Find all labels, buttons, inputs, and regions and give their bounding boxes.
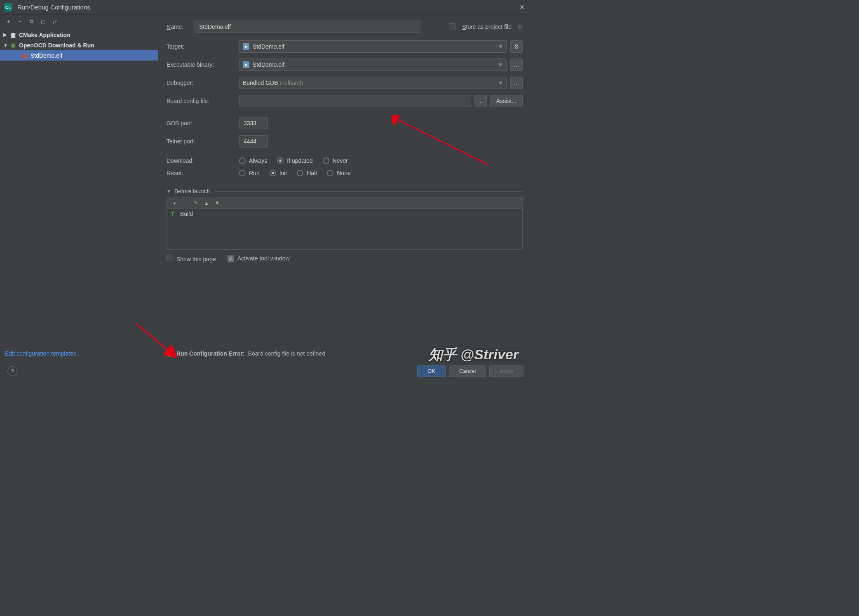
- executable-label: Executable binary:: [167, 61, 239, 68]
- debugger-label: Debugger:: [167, 80, 239, 86]
- tree-footer: Edit configuration templates...: [0, 346, 158, 361]
- name-input-value: StdDemo.elf: [199, 23, 231, 30]
- apply-button[interactable]: Apply: [489, 365, 523, 377]
- telnet-port-value: 4444: [244, 138, 256, 145]
- cmake-icon: ▦: [9, 32, 16, 38]
- title-bar: CL Run/Debug Configurations ✕: [0, 0, 531, 15]
- reset-radio-group: Run Init Halt None: [239, 170, 351, 176]
- target-value: StdDemo.elf: [253, 43, 284, 50]
- debugger-value: Bundled GDB multiarch: [243, 80, 303, 86]
- error-message: Board config file is not defined: [248, 350, 326, 357]
- config-tree[interactable]: ▶ ▦ CMake Application ▼ ▣ OpenOCD Downlo…: [0, 28, 158, 346]
- download-always-radio[interactable]: Always: [239, 157, 267, 164]
- executable-value: StdDemo.elf: [253, 61, 284, 68]
- store-checkbox[interactable]: [449, 23, 455, 30]
- download-never-radio[interactable]: Never: [323, 157, 348, 164]
- close-icon[interactable]: ✕: [517, 2, 527, 12]
- before-launch-section[interactable]: ▼ Before launch: [167, 188, 523, 194]
- before-launch-item-label: Build: [180, 211, 193, 217]
- gdb-port-label: GDB port:: [167, 120, 239, 126]
- executable-select[interactable]: ▶ StdDemo.elf ▼: [239, 59, 507, 71]
- edit-templates-link[interactable]: Edit configuration templates...: [5, 350, 81, 357]
- edit-step-icon[interactable]: ✎: [192, 200, 199, 206]
- cancel-button[interactable]: Cancel: [449, 365, 486, 377]
- before-launch-item-build[interactable]: Build: [167, 209, 522, 219]
- reset-none-radio[interactable]: None: [327, 170, 350, 176]
- download-ifupdated-radio[interactable]: If updated: [277, 157, 312, 164]
- chevron-down-icon: ▼: [3, 43, 9, 48]
- target-select[interactable]: ▶ StdDemo.elf ▼: [239, 40, 507, 53]
- app-icon: CL: [4, 3, 12, 12]
- run-icon: ▶: [243, 61, 249, 68]
- error-title: Run Configuration Error:: [176, 350, 245, 357]
- gear-icon[interactable]: ⚙: [517, 23, 523, 30]
- download-radio-group: Always If updated Never: [239, 157, 348, 164]
- left-panel: ＋ − ⧉ 🗀 ↓² ▶ ▦ CMake Application ▼ ▣ Ope…: [0, 15, 158, 361]
- chevron-down-icon: ▼: [498, 61, 503, 68]
- dialog-footer: ? OK Cancel Apply: [0, 361, 531, 381]
- debugger-select[interactable]: Bundled GDB multiarch ▼: [239, 77, 507, 89]
- hammer-icon: [170, 211, 177, 217]
- target-settings-button[interactable]: ⚙: [510, 40, 523, 53]
- name-input[interactable]: StdDemo.elf: [195, 21, 421, 33]
- chip-icon: ▣: [21, 52, 28, 59]
- folder-config-icon[interactable]: 🗀: [39, 17, 47, 26]
- ok-button[interactable]: OK: [417, 365, 446, 377]
- copy-config-icon[interactable]: ⧉: [27, 17, 35, 26]
- error-icon: !: [167, 350, 173, 357]
- tree-node-label: CMake Application: [19, 32, 70, 38]
- tree-toolbar: ＋ − ⧉ 🗀 ↓²: [0, 15, 158, 28]
- move-down-icon[interactable]: ▼: [214, 200, 221, 206]
- tree-node-label: StdDemo.elf: [31, 52, 62, 59]
- activate-tool-window-checkbox[interactable]: ✓Activate tool window: [228, 255, 290, 262]
- right-panel: Name: StdDemo.elf Store as project file …: [158, 15, 531, 361]
- gdb-port-input[interactable]: 3333: [239, 117, 268, 129]
- reset-halt-radio[interactable]: Halt: [297, 170, 317, 176]
- sort-config-icon[interactable]: ↓²: [50, 17, 59, 26]
- divider: [215, 191, 523, 192]
- tree-node-label: OpenOCD Download & Run: [19, 42, 94, 49]
- run-icon: ▶: [243, 43, 249, 50]
- show-this-page-checkbox[interactable]: Show this page: [167, 255, 216, 262]
- board-config-label: Board config file:: [167, 98, 239, 104]
- help-button[interactable]: ?: [7, 366, 17, 376]
- name-label: Name:: [167, 23, 195, 30]
- target-label: Target:: [167, 43, 239, 50]
- error-bar: ! Run Configuration Error: Board config …: [167, 346, 523, 361]
- chip-icon: ▣: [9, 42, 16, 49]
- add-step-icon[interactable]: ＋: [171, 199, 178, 207]
- telnet-port-label: Telnet port:: [167, 138, 239, 145]
- dialog-title: Run/Debug Configurations: [17, 4, 517, 11]
- chevron-right-icon: ▶: [3, 32, 9, 37]
- chevron-down-icon: ▼: [498, 80, 503, 86]
- before-launch-toolbar: ＋ − ✎ ▲ ▼: [167, 197, 522, 209]
- add-config-icon[interactable]: ＋: [4, 17, 12, 26]
- assist-button[interactable]: Assist...: [490, 95, 523, 107]
- chevron-down-icon: ▼: [498, 43, 503, 50]
- board-config-browse-button[interactable]: ...: [474, 95, 487, 107]
- gear-icon: ⚙: [514, 43, 519, 50]
- remove-config-icon[interactable]: −: [16, 17, 24, 26]
- remove-step-icon[interactable]: −: [182, 200, 188, 206]
- collapse-icon: ▼: [167, 189, 171, 194]
- reset-init-radio[interactable]: Init: [270, 170, 287, 176]
- move-up-icon[interactable]: ▲: [203, 200, 210, 206]
- store-as-project[interactable]: Store as project file ⚙: [449, 23, 523, 30]
- tree-node-cmake-app[interactable]: ▶ ▦ CMake Application: [0, 30, 158, 40]
- board-config-input[interactable]: [239, 95, 471, 107]
- reset-run-radio[interactable]: Run: [239, 170, 260, 176]
- gdb-port-value: 3333: [244, 120, 256, 126]
- tree-node-openocd[interactable]: ▼ ▣ OpenOCD Download & Run: [0, 40, 158, 50]
- debugger-browse-button[interactable]: ...: [510, 77, 523, 89]
- telnet-port-input[interactable]: 4444: [239, 135, 268, 148]
- executable-browse-button[interactable]: ...: [510, 59, 523, 71]
- tree-node-stddemo[interactable]: ▣ StdDemo.elf: [0, 50, 158, 61]
- reset-label: Reset:: [167, 170, 239, 176]
- download-label: Download:: [167, 157, 239, 164]
- before-launch-box: ＋ − ✎ ▲ ▼ Build: [167, 197, 523, 250]
